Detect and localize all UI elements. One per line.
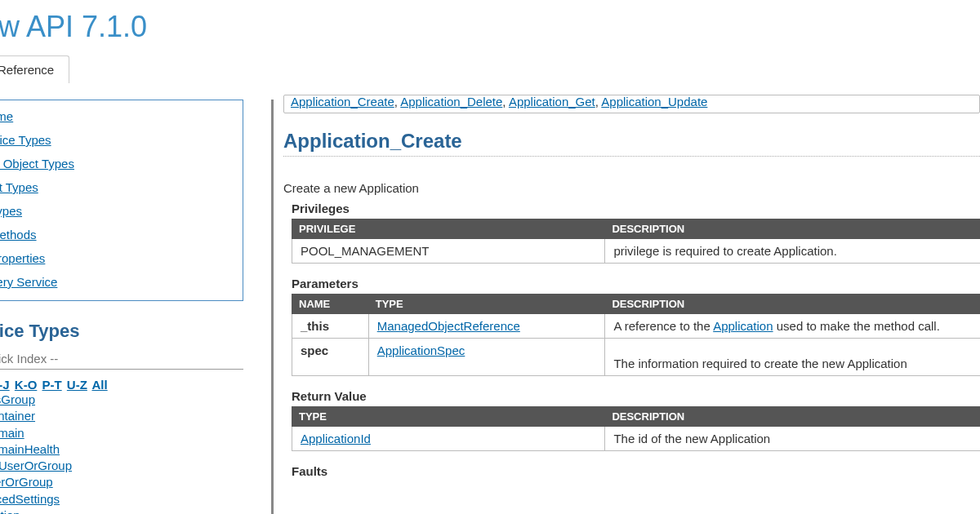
nav-link[interactable]: ult Types — [0, 180, 38, 194]
method-link-row: Application_Create, Application_Delete, … — [283, 95, 980, 113]
param-name: _this — [292, 314, 369, 339]
service-link[interactable]: lication — [0, 507, 243, 514]
method-link[interactable]: Application_Create — [291, 95, 394, 109]
tab-reference[interactable]: Reference — [0, 55, 69, 83]
method-link[interactable]: Application_Get — [509, 95, 595, 109]
param-type: ApplicationSpec — [368, 339, 605, 376]
return-heading: Return Value — [292, 389, 980, 403]
nav-link[interactable]: ome — [0, 109, 13, 123]
nav-link[interactable]: uery Service — [0, 275, 57, 289]
service-link[interactable]: Container — [0, 408, 243, 424]
service-link[interactable]: essGroup — [0, 392, 243, 408]
separator: , — [502, 95, 509, 109]
nav-link[interactable]: Methods — [0, 228, 37, 241]
table-row: spec ApplicationSpec The information req… — [292, 339, 981, 376]
text: A reference to the — [613, 319, 713, 333]
param-desc: The information required to create the n… — [605, 339, 980, 376]
col-header: TYPE — [292, 407, 605, 427]
service-link[interactable]: DomainHealth — [0, 441, 243, 458]
privileges-heading: Privileges — [292, 202, 980, 215]
quick-index-input[interactable] — [0, 348, 243, 370]
type-link[interactable]: ManagedObjectReference — [377, 319, 520, 333]
nav-link[interactable]: ta Object Types — [0, 157, 74, 171]
alpha-link[interactable]: F-J — [0, 378, 10, 392]
alpha-link[interactable]: K-O — [15, 378, 38, 392]
service-link[interactable]: JserOrGroup — [0, 474, 243, 490]
col-header: DESCRIPTION — [605, 219, 980, 239]
return-table: TYPE DESCRIPTION ApplicationId The id of… — [292, 406, 980, 451]
table-row: _this ManagedObjectReference A reference… — [292, 314, 981, 339]
tab-bar: Reference — [0, 55, 980, 83]
alpha-link[interactable]: P-T — [42, 378, 62, 392]
col-header: DESCRIPTION — [605, 295, 980, 314]
nav-link[interactable]: Types — [0, 204, 22, 218]
nav-link[interactable]: rvice Types — [0, 133, 51, 147]
method-link[interactable]: Application_Delete — [400, 95, 502, 109]
col-header: TYPE — [368, 295, 605, 314]
inline-link[interactable]: Application — [713, 319, 773, 333]
nav-link[interactable]: Properties — [0, 251, 45, 265]
alpha-link[interactable]: All — [91, 378, 107, 392]
sidebar-section-heading: rvice Types — [0, 321, 243, 342]
service-link[interactable]: ancedSettings — [0, 491, 243, 507]
nav-box: ome rvice Types ta Object Types ult Type… — [0, 100, 243, 301]
return-desc: The id of the new Application — [605, 427, 980, 451]
parameters-heading: Parameters — [292, 277, 980, 290]
privileges-table: PRIVILEGE DESCRIPTION POOL_MANAGEMENT pr… — [292, 219, 980, 264]
service-link[interactable]: Domain — [0, 425, 243, 441]
method-link[interactable]: Application_Update — [601, 95, 707, 109]
col-header: NAME — [292, 295, 369, 314]
table-row: ApplicationId The id of the new Applicat… — [292, 427, 981, 451]
table-row: POOL_MANAGEMENT privilege is required to… — [292, 239, 981, 264]
service-link[interactable]: ninUserOrGroup — [0, 458, 243, 474]
privilege-desc: privilege is required to create Applicat… — [605, 239, 980, 264]
page-title: ew API 7.1.0 — [0, 0, 980, 51]
method-description: Create a new Application — [283, 181, 980, 195]
alpha-index: : F-J K-O P-T U-Z All — [0, 378, 243, 392]
text: used to make the method call. — [773, 319, 940, 333]
return-type: ApplicationId — [292, 427, 605, 451]
faults-heading: Faults — [292, 464, 980, 478]
sidebar: ome rvice Types ta Object Types ult Type… — [0, 100, 243, 514]
type-link[interactable]: ApplicationSpec — [377, 343, 466, 357]
alpha-link[interactable]: U-Z — [67, 378, 87, 392]
param-type: ManagedObjectReference — [368, 314, 605, 339]
parameters-table: NAME TYPE DESCRIPTION _this ManagedObjec… — [292, 294, 980, 376]
privilege-name: POOL_MANAGEMENT — [292, 239, 605, 264]
method-title: Application_Create — [283, 130, 980, 157]
type-link[interactable]: ApplicationId — [301, 432, 371, 445]
param-desc: A reference to the Application used to m… — [605, 314, 980, 339]
service-type-list: essGroup Container Domain DomainHealth n… — [0, 392, 243, 514]
col-header: DESCRIPTION — [605, 407, 980, 427]
param-name: spec — [292, 339, 369, 376]
col-header: PRIVILEGE — [292, 219, 605, 239]
main-content: Application_Create, Application_Delete, … — [271, 100, 980, 514]
